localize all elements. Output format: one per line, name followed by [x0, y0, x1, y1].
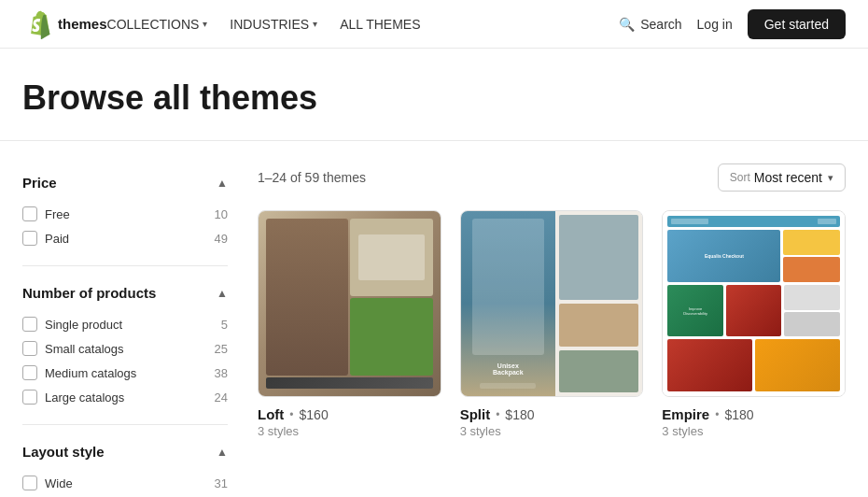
list-item: Single product 5	[22, 312, 228, 336]
loft-preview-image	[258, 210, 441, 397]
nav-all-themes-label: ALL THEMES	[340, 17, 420, 32]
nav-industries-label: INDUSTRIES	[230, 17, 309, 32]
free-label: Free	[45, 207, 70, 221]
list-item: Paid 49	[22, 226, 228, 250]
search-button[interactable]: 🔍 Search	[619, 17, 681, 32]
paid-checkbox[interactable]	[22, 231, 37, 246]
small-catalogs-checkbox[interactable]	[22, 341, 37, 356]
nav-industries[interactable]: INDUSTRIES ▾	[230, 17, 317, 32]
navbar: themes COLLECTIONS ▾ INDUSTRIES ▾ ALL TH…	[0, 0, 868, 49]
nav-collections[interactable]: COLLECTIONS ▾	[107, 17, 208, 32]
get-started-label: Get started	[764, 17, 829, 32]
single-product-label: Single product	[45, 318, 122, 332]
empire-dot: •	[715, 408, 719, 421]
sort-dropdown[interactable]: Sort Most recent ▾	[718, 163, 846, 192]
layout-chevron-icon: ▲	[217, 446, 228, 459]
list-item: Free 10	[22, 202, 228, 226]
search-icon: 🔍	[619, 17, 635, 32]
login-label: Log in	[697, 17, 733, 32]
price-chevron-icon: ▲	[217, 177, 228, 190]
nav-all-themes[interactable]: ALL THEMES	[340, 17, 420, 32]
theme-card-loft[interactable]: Loft • $160 3 styles	[258, 210, 441, 438]
paid-label: Paid	[45, 232, 69, 246]
products-filter-header[interactable]: Number of products ▲	[22, 274, 228, 312]
small-catalogs-count: 25	[215, 342, 228, 356]
split-name: Split	[460, 406, 491, 422]
loft-styles: 3 styles	[258, 424, 441, 438]
price-filter-section: Price ▲ Free 10 Paid 49	[22, 163, 228, 266]
paid-count: 49	[215, 232, 228, 246]
list-item: Medium catalogs 38	[22, 361, 228, 385]
single-product-checkbox[interactable]	[22, 317, 37, 332]
price-filter-items: Free 10 Paid 49	[22, 202, 228, 250]
split-styles: 3 styles	[460, 424, 644, 438]
nav-collections-label: COLLECTIONS	[107, 17, 200, 32]
products-filter-label: Number of products	[22, 285, 156, 301]
theme-card-empire[interactable]: Equalis Checkout ImproveDiscoverability	[662, 210, 846, 438]
medium-catalogs-label: Medium catalogs	[45, 366, 136, 380]
empire-price: $180	[724, 407, 753, 422]
products-chevron-icon: ▲	[217, 287, 228, 300]
price-filter-header[interactable]: Price ▲	[22, 163, 228, 202]
medium-catalogs-checkbox[interactable]	[22, 365, 37, 380]
list-item: Small catalogs 25	[22, 336, 228, 361]
list-item: Large catalogs 24	[22, 385, 228, 409]
content-area: 1–24 of 59 themes Sort Most recent ▾	[258, 163, 846, 497]
sort-label: Sort	[730, 171, 750, 184]
sidebar: Price ▲ Free 10 Paid 49	[22, 163, 228, 497]
loft-meta: Loft • $160	[258, 406, 441, 422]
empire-meta: Empire • $180	[662, 406, 846, 422]
layout-filter-header[interactable]: Layout style ▲	[22, 433, 228, 471]
get-started-button[interactable]: Get started	[748, 9, 846, 39]
login-button[interactable]: Log in	[697, 17, 733, 32]
small-catalogs-label: Small catalogs	[45, 342, 124, 356]
loft-name: Loft	[258, 406, 284, 422]
search-label: Search	[640, 17, 681, 32]
wide-checkbox[interactable]	[22, 476, 37, 490]
layout-filter-label: Layout style	[22, 444, 105, 460]
layout-filter-section: Layout style ▲ Wide 31 Grid 34	[22, 433, 228, 497]
split-price: $180	[505, 407, 534, 422]
free-count: 10	[215, 207, 228, 221]
results-count: 1–24 of 59 themes	[258, 170, 366, 185]
wide-count: 31	[215, 476, 228, 490]
hero-section: Browse all themes	[0, 49, 868, 141]
sort-chevron-icon: ▾	[828, 172, 833, 184]
empire-preview-image: Equalis Checkout ImproveDiscoverability	[662, 210, 846, 397]
price-filter-label: Price	[22, 175, 57, 191]
split-dot: •	[496, 408, 499, 421]
sort-value: Most recent	[754, 170, 822, 185]
large-catalogs-count: 24	[215, 390, 228, 405]
chevron-down-icon: ▾	[203, 19, 207, 29]
large-catalogs-label: Large catalogs	[45, 390, 124, 405]
empire-name: Empire	[662, 406, 709, 422]
chevron-down-icon: ▾	[313, 19, 317, 29]
empire-styles: 3 styles	[662, 424, 846, 438]
wide-label: Wide	[45, 476, 73, 490]
shopify-logo[interactable]: themes	[22, 9, 107, 39]
main-layout: Price ▲ Free 10 Paid 49	[0, 141, 868, 497]
split-meta: Split • $180	[460, 406, 644, 422]
medium-catalogs-count: 38	[215, 366, 228, 380]
list-item: Wide 31	[22, 471, 228, 495]
single-product-count: 5	[221, 318, 228, 332]
split-preview-image: UnisexBackpack	[460, 210, 644, 397]
products-filter-section: Number of products ▲ Single product 5 Sm…	[22, 274, 228, 425]
nav-links: COLLECTIONS ▾ INDUSTRIES ▾ ALL THEMES	[107, 17, 620, 32]
layout-filter-items: Wide 31 Grid 34 Collage 11	[22, 471, 228, 497]
page-title: Browse all themes	[22, 78, 846, 118]
logo-text: themes	[58, 16, 107, 32]
large-catalogs-checkbox[interactable]	[22, 390, 37, 405]
free-checkbox[interactable]	[22, 206, 37, 221]
navbar-right: 🔍 Search Log in Get started	[619, 9, 846, 39]
loft-price: $160	[300, 407, 329, 422]
loft-dot: •	[289, 408, 293, 421]
theme-card-split[interactable]: UnisexBackpack Split • $180	[460, 210, 644, 438]
products-filter-items: Single product 5 Small catalogs 25 Mediu…	[22, 312, 228, 409]
theme-grid: Loft • $160 3 styles UnisexBackpack	[258, 210, 846, 438]
content-header: 1–24 of 59 themes Sort Most recent ▾	[258, 163, 846, 192]
